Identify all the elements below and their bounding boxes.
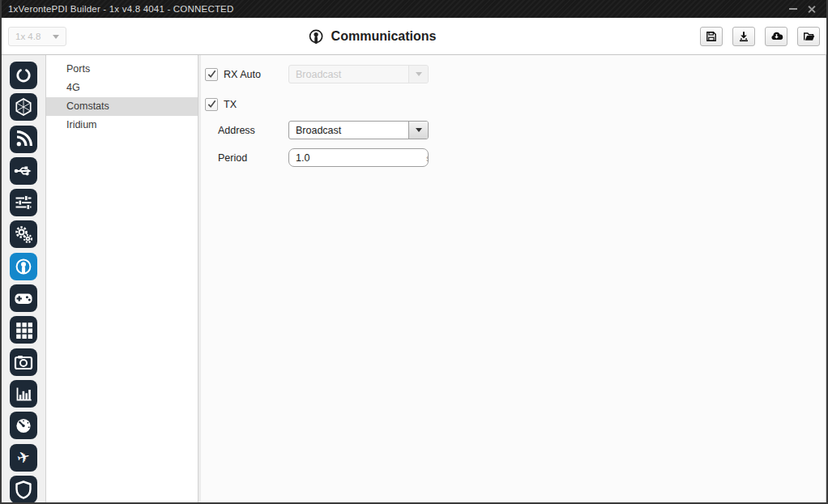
checkmark-icon [207,99,217,109]
nav-panel: Ports 4G Comstats Iridium [46,55,198,502]
title-bar: 1xVerontePDI Builder - 1x v4.8 4041 - CO… [2,0,826,18]
nav-item-4g[interactable]: 4G [46,79,198,97]
rx-auto-select-button[interactable] [408,66,428,83]
power-ring-icon [11,62,36,88]
sidebar-item-usb[interactable] [10,157,37,185]
tx-checkbox[interactable] [205,98,218,111]
version-select[interactable]: 1x 4.8 [8,27,66,46]
sidebar-item-camera[interactable] [10,348,37,376]
tx-row: TX [205,95,237,113]
tx-label: TX [224,99,237,110]
chevron-down-icon [416,72,422,76]
address-select[interactable]: Broadcast [288,121,429,139]
open-folder-button[interactable] [797,27,820,46]
sidebar-item-flight[interactable]: ✈ [10,444,37,472]
address-select-value: Broadcast [289,125,408,136]
sidebar-item-safety[interactable] [10,476,37,503]
window-title: 1xVerontePDI Builder - 1x v4.8 4041 - CO… [8,4,784,14]
airplane-icon: ✈ [15,448,32,466]
shield-icon [11,476,36,502]
nav-item-ports[interactable]: Ports [46,60,198,79]
import-icon [737,30,750,43]
toolbar: 1x 4.8 Communications [2,18,826,55]
podcast-icon [308,28,325,45]
rx-auto-checkbox[interactable] [205,68,218,81]
sidebar-item-config[interactable] [10,189,37,216]
sidebar-item-communications[interactable] [10,253,37,280]
period-field: s [288,148,429,167]
chevron-down-icon [53,35,59,39]
bar-chart-icon [11,381,36,407]
rx-auto-select[interactable]: Broadcast [288,65,429,83]
rx-auto-select-value: Broadcast [289,69,408,80]
sidebar-item-platform[interactable] [10,62,37,89]
address-select-button[interactable] [408,122,428,139]
page-title: Communications [331,29,437,44]
period-input[interactable] [289,152,426,164]
sidebar-item-stick[interactable] [10,284,37,312]
camera-icon [11,349,36,375]
open-folder-icon [802,30,816,43]
main-panel: RX Auto Broadcast TX Address Broad [201,55,826,502]
nav-item-comstats[interactable]: Comstats [46,97,198,116]
sidebar-item-mesh[interactable] [10,93,37,121]
chevron-down-icon [416,128,422,132]
import-button[interactable] [732,27,755,46]
sidebar-item-automations[interactable] [10,220,37,248]
gamepad-icon [11,285,36,311]
sidebar-item-gauge[interactable] [10,412,37,439]
gauge-icon [11,412,36,438]
save-icon [705,30,718,43]
nav-item-iridium[interactable]: Iridium [46,116,198,135]
usb-icon [11,158,36,184]
app-window: 1xVerontePDI Builder - 1x v4.8 4041 - CO… [0,0,828,504]
period-unit: s [426,153,429,163]
page-header: Communications [308,18,437,55]
period-label: Period [218,152,247,164]
grid-icon [11,317,36,343]
rx-auto-row: RX Auto [205,65,261,83]
minimize-icon [789,8,797,10]
gears-icon [11,221,36,247]
rss-icon [11,126,36,152]
sidebar-item-telemetry[interactable] [10,126,37,153]
window-body: ✈ Ports 4G Comstats Iridium [2,55,826,502]
close-button[interactable] [802,2,820,15]
rx-auto-label: RX Auto [224,69,261,80]
icon-sidebar: ✈ [2,55,46,502]
address-row: Address [218,121,255,139]
cloud-download-icon [770,30,783,43]
podcast-icon [11,254,36,280]
version-select-value: 1x 4.8 [15,32,53,41]
toolbar-actions [700,27,820,46]
sliders-icon [11,190,36,216]
sidebar-item-stats[interactable] [10,380,37,408]
hexagon-mesh-icon [11,94,36,120]
cloud-download-button[interactable] [765,27,787,46]
save-button[interactable] [700,27,723,46]
checkmark-icon [207,69,217,79]
address-label: Address [218,125,255,136]
close-icon [807,5,816,14]
sidebar-item-matrix[interactable] [10,316,37,344]
minimize-button[interactable] [784,2,802,15]
period-row: Period [218,148,247,167]
